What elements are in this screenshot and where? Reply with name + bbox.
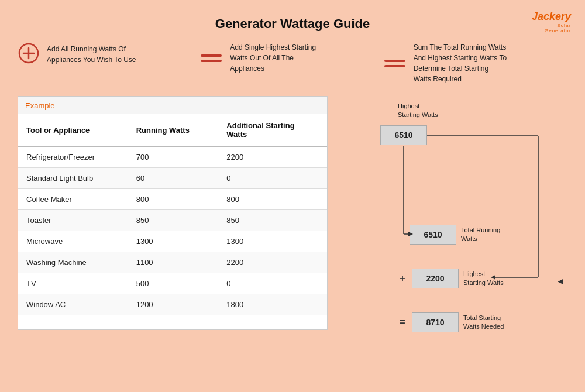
instructions-row: Add All Running Watts Of Appliances You … [0,42,585,96]
table-row: Toaster850850 [18,210,327,231]
table-cell-5-2: 2200 [218,252,327,273]
col-header-running: Running Watts [128,114,218,146]
table-cell-6-0: TV [18,273,128,294]
table-cell-1-0: Standard Light Bulb [18,168,128,189]
lines2-icon [384,57,407,69]
table-cell-2-1: 800 [128,189,218,210]
appliance-table: Tool or Appliance Running Watts Addition… [18,114,327,315]
table-cell-7-1: 1200 [128,294,218,315]
table-cell-6-2: 0 [218,273,327,294]
diag-box2-value: 6510 [410,225,456,245]
diag-box3-value: 2200 [412,269,459,288]
table-cell-3-1: 850 [128,210,218,231]
table-cell-3-2: 850 [218,210,327,231]
diag-box3-label: HighestStarting Watts [463,270,504,288]
arrow-indicator: ◄ [556,276,565,287]
table-cell-4-2: 1300 [218,231,327,252]
diag-row3: + 2200 HighestStarting Watts [398,269,504,288]
col-header-starting: Additional StartingWatts [218,114,327,146]
table-cell-4-0: Microwave [18,231,128,252]
operator-eq: = [398,317,407,328]
main-content: Example Tool or Appliance Running Watts … [0,96,585,330]
table-row: Window AC12001800 [18,294,327,315]
instruction-step2: Add Single Highest Starting Watts Out Of… [201,42,384,74]
table-cell-7-2: 1800 [218,294,327,315]
table-row: Washing Machine11002200 [18,252,327,273]
table-row: Coffee Maker800800 [18,189,327,210]
table-cell-2-0: Coffee Maker [18,189,128,210]
table-cell-2-2: 800 [218,189,327,210]
lines-icon [201,52,223,64]
table-cell-5-0: Washing Machine [18,252,128,273]
table-cell-3-0: Toaster [18,210,128,231]
table-cell-6-1: 500 [128,273,218,294]
logo-sub: SolarGenerator [545,23,571,33]
table-cell-5-1: 1100 [128,252,218,273]
diag-box1: 6510 [380,125,427,145]
diag-box1-value: 6510 [380,125,427,145]
table-row: Refrigerator/Freezer7002200 [18,146,327,168]
diag-row2: 6510 Total RunningWatts [410,225,500,245]
table-cell-4-1: 1300 [128,231,218,252]
diag-row4: = 8710 Total StartingWatts Needed [398,312,504,332]
example-label: Example [18,97,327,114]
operator-plus: + [398,273,407,284]
diag-box2-label: Total RunningWatts [461,226,500,244]
instruction-text-step2: Add Single Highest Starting Watts Out Of… [230,42,324,74]
table-body: Refrigerator/Freezer7002200Standard Ligh… [18,146,327,315]
col-header-appliance: Tool or Appliance [18,114,128,146]
appliance-table-container: Example Tool or Appliance Running Watts … [18,96,328,330]
instruction-step1: Add All Running Watts Of Appliances You … [18,42,201,67]
table-row: Microwave13001300 [18,231,327,252]
logo-brand: Jackery [532,11,571,23]
plus-circle-icon [18,42,40,67]
table-cell-1-2: 0 [218,168,327,189]
table-row: Standard Light Bulb600 [18,168,327,189]
table-cell-0-2: 2200 [218,146,327,168]
table-header-row: Tool or Appliance Running Watts Addition… [18,114,327,146]
logo: Jackery SolarGenerator [532,11,571,33]
diag-box4-label: Total StartingWatts Needed [463,314,504,332]
diagram-section: HighestStarting Watts 6510 6510 Total Ru… [339,96,567,330]
instruction-text-step1: Add All Running Watts Of Appliances You … [47,44,140,65]
page-title: Generator Wattage Guide [0,0,585,42]
diag-box4-value: 8710 [412,312,459,332]
table-row: TV5000 [18,273,327,294]
table-cell-0-1: 700 [128,146,218,168]
instruction-text-step3: Sum The Total Running Watts And Highest … [414,42,507,84]
instruction-step3: Sum The Total Running Watts And Highest … [384,42,567,84]
table-cell-1-1: 60 [128,168,218,189]
highest-starting-label-top: HighestStarting Watts [398,102,438,120]
table-cell-7-0: Window AC [18,294,128,315]
table-cell-0-0: Refrigerator/Freezer [18,146,128,168]
